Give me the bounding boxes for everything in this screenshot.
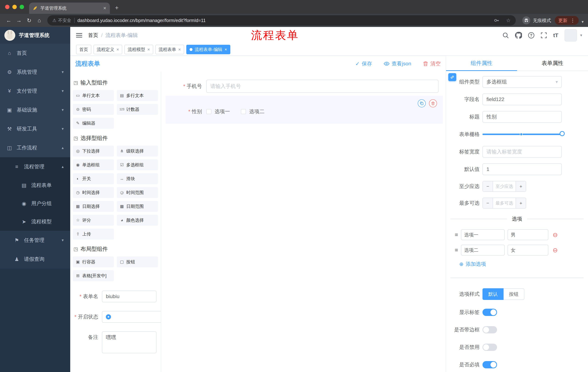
sidebar-item-home[interactable]: ⌂ 首页 bbox=[0, 44, 70, 63]
minimize-window-button[interactable] bbox=[12, 5, 17, 9]
selected-widget-gender[interactable]: 性别 选项一 选项二 bbox=[166, 96, 443, 124]
delete-widget-button[interactable] bbox=[429, 99, 437, 107]
decrease-button[interactable]: − bbox=[483, 198, 493, 208]
disabled-toggle[interactable] bbox=[483, 344, 497, 351]
tag-close-icon[interactable]: × bbox=[178, 47, 181, 52]
remove-option-icon[interactable]: ⊖ bbox=[553, 231, 558, 238]
palette-item-select[interactable]: ◎下拉选择 bbox=[73, 146, 114, 157]
form-canvas[interactable]: 手机号 性别 选项一 bbox=[161, 72, 446, 372]
tag-close-icon[interactable]: × bbox=[224, 47, 227, 52]
field-name-input[interactable] bbox=[483, 94, 562, 105]
sidebar-item-devtools[interactable]: ⚒ 研发工具 ▾ bbox=[0, 119, 70, 138]
checkbox-option-2[interactable]: 选项二 bbox=[241, 108, 264, 115]
link-button[interactable] bbox=[448, 73, 456, 81]
help-icon[interactable]: ? bbox=[528, 32, 534, 38]
palette-item-upload[interactable]: ⇧上传 bbox=[73, 229, 114, 240]
form-remark-textarea[interactable]: 嘿嘿 bbox=[102, 331, 157, 353]
max-select-value[interactable]: 最多可选 bbox=[493, 198, 515, 208]
browser-update-button[interactable]: 更新 ⋮ bbox=[555, 16, 579, 25]
font-size-icon[interactable]: tT bbox=[553, 32, 558, 38]
back-button[interactable]: ← bbox=[4, 17, 14, 23]
palette-item-rate[interactable]: ☆评分 bbox=[73, 215, 114, 226]
style-button-button[interactable]: 按钮 bbox=[504, 288, 524, 300]
palette-item-time-range[interactable]: ◶时间范围 bbox=[117, 187, 158, 198]
security-status[interactable]: ⚠ 不安全 bbox=[52, 18, 71, 23]
sidebar-item-leave-query[interactable]: ♟ 请假查询 bbox=[0, 250, 70, 269]
option-2-value-input[interactable] bbox=[508, 244, 548, 255]
avatar-caret-icon[interactable]: ▾ bbox=[580, 33, 582, 38]
radio-on[interactable]: 开启 bbox=[102, 311, 161, 323]
close-window-button[interactable] bbox=[5, 5, 10, 9]
grid-slider[interactable] bbox=[483, 128, 562, 140]
palette-item-button[interactable]: ▢按钮 bbox=[117, 256, 158, 267]
phone-input[interactable] bbox=[206, 80, 439, 93]
sidebar-logo[interactable]: 芋道管理系统 bbox=[0, 27, 70, 44]
sidebar-item-workflow[interactable]: ◫ 工作流程 ▴ bbox=[0, 138, 70, 157]
sidebar-item-process-management[interactable]: ≡ 流程管理 ▴ bbox=[0, 157, 70, 176]
reload-button[interactable]: ↻ bbox=[24, 17, 34, 24]
bookmark-star-icon[interactable]: ☆ bbox=[506, 18, 511, 23]
fullscreen-icon[interactable] bbox=[541, 32, 547, 39]
sidebar-item-payment[interactable]: ¥ 支付管理 ▾ bbox=[0, 82, 70, 100]
new-tab-button[interactable]: + bbox=[115, 4, 119, 11]
sidebar-item-process-form[interactable]: ▤ 流程表单 bbox=[0, 176, 70, 194]
remove-option-icon[interactable]: ⊖ bbox=[553, 246, 558, 254]
tag-process-definition[interactable]: 流程定义 × bbox=[94, 45, 122, 54]
drag-handle-icon[interactable]: ≡ bbox=[455, 232, 458, 238]
palette-item-table[interactable]: ⊞表格[开发中] bbox=[73, 270, 114, 281]
home-button[interactable]: ⌂ bbox=[34, 17, 44, 23]
option-1-value-input[interactable] bbox=[508, 229, 548, 240]
palette-item-time-picker[interactable]: ◷时间选择 bbox=[73, 187, 114, 198]
forward-button[interactable]: → bbox=[14, 17, 24, 23]
palette-item-password[interactable]: ⊝密码 bbox=[73, 104, 114, 115]
sidebar-item-system[interactable]: ⚙ 系统管理 ▾ bbox=[0, 63, 70, 82]
sidebar-item-process-model[interactable]: ➤ 流程模型 bbox=[0, 213, 70, 231]
add-option-button[interactable]: ⊕ 添加选项 bbox=[459, 261, 588, 267]
drag-handle-icon[interactable]: ≡ bbox=[455, 247, 458, 253]
view-json-button[interactable]: 查看json bbox=[384, 60, 411, 67]
palette-item-checkbox-group[interactable]: ☑多选框组 bbox=[117, 159, 158, 170]
increase-button[interactable]: + bbox=[515, 198, 526, 208]
palette-item-multi-line-text[interactable]: ▤多行文本 bbox=[117, 90, 158, 101]
palette-item-slider[interactable]: ↔滑块 bbox=[117, 173, 158, 184]
phone-field-row[interactable]: 手机号 bbox=[166, 80, 439, 93]
palette-item-single-line-text[interactable]: ▭单行文本 bbox=[73, 90, 114, 101]
form-name-input[interactable] bbox=[102, 291, 157, 302]
decrease-button[interactable]: − bbox=[483, 181, 493, 191]
border-toggle[interactable] bbox=[483, 326, 497, 333]
toolbar-caret-icon[interactable]: ▾ bbox=[582, 20, 584, 24]
password-key-icon[interactable] bbox=[494, 18, 500, 23]
tag-home[interactable]: 首页 bbox=[76, 45, 91, 54]
search-icon[interactable] bbox=[502, 32, 509, 39]
option-2-name-input[interactable] bbox=[461, 244, 505, 255]
hamburger-icon[interactable] bbox=[76, 33, 82, 37]
show-label-toggle[interactable] bbox=[483, 309, 497, 316]
save-button[interactable]: ✓ 保存 bbox=[355, 60, 372, 67]
copy-widget-button[interactable] bbox=[418, 99, 426, 107]
tab-close-icon[interactable]: × bbox=[103, 5, 106, 11]
breadcrumb-home[interactable]: 首页 bbox=[88, 32, 98, 39]
required-toggle[interactable] bbox=[483, 361, 497, 368]
sidebar-item-user-group[interactable]: ◉ 用户分组 bbox=[0, 194, 70, 213]
tag-close-icon[interactable]: × bbox=[116, 47, 119, 52]
sidebar-item-infrastructure[interactable]: ▣ 基础设施 ▾ bbox=[0, 100, 70, 119]
checkbox-option-1[interactable]: 选项一 bbox=[206, 108, 230, 115]
style-default-button[interactable]: 默认 bbox=[483, 288, 504, 300]
palette-item-date-picker[interactable]: ▦日期选择 bbox=[73, 201, 114, 212]
option-1-name-input[interactable] bbox=[461, 229, 505, 240]
tag-process-form-edit[interactable]: 流程表单-编辑 × bbox=[186, 45, 230, 54]
clear-button[interactable]: 清空 bbox=[423, 60, 441, 67]
zoom-window-button[interactable] bbox=[20, 5, 24, 9]
palette-item-cascader[interactable]: ⋔级联选择 bbox=[117, 146, 158, 157]
tag-process-form[interactable]: 流程表单 × bbox=[155, 45, 184, 54]
browser-menu-icon[interactable]: ⋮ bbox=[570, 18, 575, 23]
palette-item-switch[interactable]: ◐开关 bbox=[73, 173, 114, 184]
github-icon[interactable] bbox=[515, 32, 522, 39]
tag-close-icon[interactable]: × bbox=[147, 47, 150, 52]
palette-item-row-container[interactable]: ▣行容器 bbox=[73, 256, 114, 267]
tag-process-model[interactable]: 流程模型 × bbox=[125, 45, 153, 54]
default-value-input[interactable] bbox=[483, 163, 562, 175]
browser-tab[interactable]: 芋道管理系统 × bbox=[29, 2, 110, 14]
title-input[interactable] bbox=[483, 111, 562, 123]
user-avatar[interactable] bbox=[565, 29, 577, 42]
